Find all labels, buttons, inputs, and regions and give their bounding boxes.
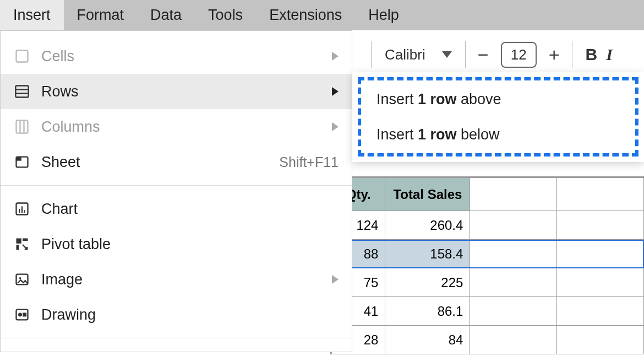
menu-item-label: Rows [41, 83, 325, 100]
svg-rect-0 [17, 51, 28, 62]
font-name-label: Calibri [385, 46, 425, 63]
cell[interactable]: 86.1 [385, 297, 470, 326]
menu-extensions[interactable]: Extensions [256, 0, 355, 30]
svg-rect-20 [23, 313, 26, 317]
menu-item-label: Pivot table [41, 236, 339, 253]
cell[interactable] [557, 297, 644, 326]
pivot-icon [14, 236, 30, 252]
svg-rect-1 [15, 86, 28, 98]
cell[interactable]: 225 [385, 268, 470, 297]
bold-button[interactable]: B [580, 45, 603, 64]
drawing-icon [14, 306, 30, 323]
font-size-group: − 12 + [473, 42, 564, 68]
cell[interactable] [557, 326, 644, 354]
svg-point-17 [19, 277, 21, 279]
menu-item-sheet[interactable]: Sheet Shift+F11 [1, 144, 352, 180]
submenu-label: Insert 1 row above [376, 91, 501, 108]
menu-separator [1, 185, 352, 186]
menubar: Insert Format Data Tools Extensions Help [0, 0, 644, 30]
font-name-selector[interactable]: Calibri [379, 46, 457, 63]
cell[interactable]: 260.4 [385, 211, 470, 240]
menu-item-drawing[interactable]: Drawing [1, 297, 352, 332]
chart-icon [14, 201, 30, 217]
menu-insert[interactable]: Insert [0, 0, 64, 30]
table-row[interactable]: 41 86.1 [332, 297, 644, 326]
menu-item-rows[interactable]: Rows [1, 74, 352, 109]
cell[interactable] [470, 211, 557, 240]
cell[interactable] [470, 297, 557, 326]
column-header-blank[interactable] [470, 178, 557, 211]
menu-item-chart[interactable]: Chart [1, 191, 352, 226]
menu-item-columns[interactable]: Columns [1, 109, 352, 144]
cell[interactable] [470, 268, 557, 297]
table-row[interactable]: 124 260.4 [332, 211, 644, 240]
increase-font-button[interactable]: + [544, 44, 564, 66]
rows-icon [14, 83, 30, 100]
toolbar-divider [572, 41, 572, 68]
insert-dropdown: Cells Rows Columns Sheet Shift+F11 Chart… [0, 30, 352, 352]
svg-point-19 [18, 313, 22, 317]
menu-item-label: Cells [41, 48, 325, 65]
submenu-highlight: Insert 1 row above Insert 1 row below [358, 77, 638, 157]
svg-rect-4 [17, 120, 28, 133]
cell[interactable]: 158.4 [385, 240, 470, 268]
menu-item-pivot[interactable]: Pivot table [1, 226, 352, 262]
menu-item-label: Sheet [41, 154, 279, 171]
menu-item-cells[interactable]: Cells [1, 39, 352, 74]
decrease-font-button[interactable]: − [473, 44, 493, 66]
cell[interactable]: 84 [385, 326, 470, 354]
menu-item-label: Image [41, 271, 325, 288]
font-size-input[interactable]: 12 [501, 42, 537, 68]
insert-row-below[interactable]: Insert 1 row below [362, 117, 634, 152]
table-row-selected[interactable]: 88 158.4 [332, 240, 644, 268]
svg-rect-15 [17, 245, 19, 250]
menu-help[interactable]: Help [355, 0, 412, 30]
toolbar-divider [465, 41, 466, 68]
menu-format[interactable]: Format [64, 0, 138, 30]
menu-item-label: Columns [41, 118, 325, 136]
cell[interactable] [557, 268, 644, 297]
cell[interactable] [557, 240, 644, 268]
cell[interactable] [470, 326, 557, 354]
svg-rect-13 [17, 239, 21, 244]
columns-icon [14, 118, 30, 135]
chevron-right-icon [332, 275, 339, 284]
menu-separator [1, 338, 352, 338]
menu-item-label: Chart [41, 201, 339, 218]
svg-rect-14 [23, 239, 28, 241]
italic-button[interactable]: I [603, 45, 616, 64]
cell[interactable] [557, 211, 644, 240]
column-header-total[interactable]: Total Sales [385, 178, 470, 211]
rows-submenu: Insert 1 row above Insert 1 row below [352, 72, 644, 162]
menu-tools[interactable]: Tools [195, 0, 256, 30]
menu-item-shortcut: Shift+F11 [279, 154, 339, 170]
image-icon [14, 271, 30, 288]
toolbar-divider [371, 41, 372, 68]
chevron-right-icon [332, 122, 339, 131]
insert-row-above[interactable]: Insert 1 row above [362, 82, 634, 117]
table-row[interactable]: 75 225 [332, 268, 644, 297]
spreadsheet-grid[interactable]: Qty. Total Sales 124 260.4 88 158.4 75 2… [330, 176, 644, 354]
sheet-icon [14, 154, 30, 170]
menu-item-label: Drawing [41, 306, 339, 323]
chevron-down-icon [442, 51, 452, 58]
svg-rect-8 [17, 157, 21, 161]
cell[interactable] [470, 240, 557, 268]
chevron-right-icon [332, 87, 339, 96]
submenu-label: Insert 1 row below [376, 126, 500, 143]
column-header-blank[interactable] [557, 178, 644, 211]
chevron-right-icon [332, 52, 339, 61]
table-row[interactable]: 28 84 [332, 326, 644, 354]
cells-icon [14, 48, 30, 64]
menu-item-image[interactable]: Image [1, 262, 352, 297]
menu-data[interactable]: Data [137, 0, 195, 30]
